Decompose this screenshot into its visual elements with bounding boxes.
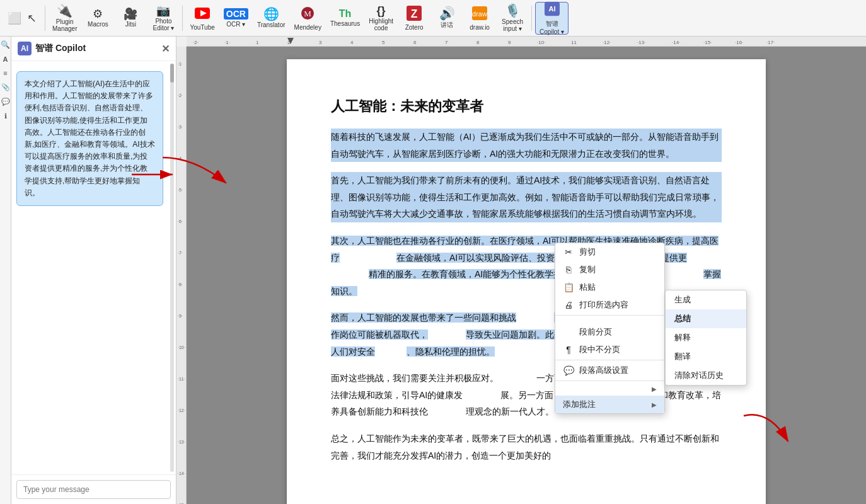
photo-editor-button[interactable]: 📷 PhotoEditor ▾ (147, 2, 179, 35)
strip-search-icon[interactable]: 🔍 (1, 40, 10, 49)
strip-info-icon[interactable]: ℹ (4, 112, 7, 120)
copilot-header: AI 智谱 Copilot ✕ (11, 37, 176, 61)
speech-input-button[interactable]: 🎙️ Speechinput ▾ (497, 2, 528, 35)
photo-icon: 📷 (156, 5, 170, 16)
youtube-button[interactable]: YouTube (186, 2, 218, 35)
para4-selected4: 、隐私和伦理的担忧。 (407, 346, 495, 357)
left-ruler: ·1· ·2· ·3· ·4· ·5· ·6· ·7· ·8· ·9· ·10·… (176, 47, 187, 504)
svg-text:·8·: ·8· (178, 282, 183, 287)
sub-summarize[interactable]: 总结 (666, 309, 746, 328)
zotero-label: Zotero (405, 24, 424, 31)
thesaurus-button[interactable]: Th Thesaurus (326, 2, 364, 35)
svg-text:·1·: ·1· (224, 40, 230, 45)
highlight-code-button[interactable]: {} Highlight code (365, 2, 397, 35)
translator-icon: 🌐 (263, 8, 279, 20)
doc-para-6: 总之，人工智能作为未来的变革者，既带来了巨大的机遇，也面临着重重挑战。只有通过不… (331, 430, 722, 464)
youtube-icon (195, 6, 210, 23)
scrollbar-track[interactable] (170, 64, 174, 472)
svg-text:·14·: ·14· (178, 471, 185, 476)
ctx-add-note[interactable]: 💬 段落高级设置 (555, 362, 664, 379)
ctx-format-style[interactable]: ▶ (555, 382, 664, 396)
selection-icon[interactable]: ⬜ (5, 9, 24, 28)
paste-icon: 📋 (563, 282, 574, 292)
ctx-copy[interactable]: ⎘ 复制 (555, 261, 664, 278)
ctx-print-label: 打印所选内容 (579, 299, 628, 311)
jitsi-icon: 🎥 (124, 8, 137, 20)
ocr-button[interactable]: OCR OCR ▾ (220, 2, 252, 35)
svg-text:·16·: ·16· (735, 40, 743, 45)
svg-text:draw: draw (472, 10, 487, 18)
code-icon: {} (377, 5, 386, 16)
separator3 (531, 6, 532, 31)
toolbar: ⬜ ↖ 🔌 Plugin Manager ⚙ Macros 🎥 Jitsi 📷 … (0, 0, 866, 37)
speak-button[interactable]: 🔊 讲话 (431, 2, 463, 35)
svg-text:·1·: ·1· (178, 62, 183, 66)
ctx-no-para-break[interactable]: 段前分页 (555, 323, 664, 341)
sub-clear-history[interactable]: 清除对话历史 (666, 366, 746, 385)
svg-text:AI: AI (548, 5, 555, 13)
svg-text:·15·: ·15· (703, 40, 712, 45)
sub-generate[interactable]: 生成 (666, 290, 746, 309)
sub-explain[interactable]: 解释 (666, 328, 746, 347)
print-icon: 🖨 (563, 300, 574, 310)
strip-comment-icon[interactable]: 💬 (1, 98, 10, 106)
svg-text:Z: Z (411, 7, 418, 20)
ctx-paste[interactable]: 📋 粘贴 (555, 278, 664, 296)
copilot-panel: AI 智谱 Copilot ✕ 本文介绍了人工智能(AI)在生活中的应用和作用。… (11, 37, 176, 504)
strip-text-icon[interactable]: ≡ (3, 69, 7, 77)
strip-a-icon[interactable]: A (3, 55, 8, 63)
doc-para-2: 首先，人工智能为我们带来了前所未有的便利。通过AI技术，我们能够实现语音识别、自… (331, 172, 722, 222)
speak-icon: 🔊 (439, 7, 455, 20)
svg-text:6: 6 (413, 40, 417, 45)
ai-copilot-button[interactable]: AI 智谱Copilot ▾ (535, 2, 569, 35)
submenu-arrow-format: ▶ (652, 386, 657, 392)
ctx-para-break[interactable] (555, 317, 664, 323)
macros-button[interactable]: ⚙ Macros (82, 2, 113, 35)
ctx-advanced[interactable]: ¶ 段中不分页 (555, 341, 664, 358)
highlight-code-label: Highlight code (369, 18, 393, 32)
strip-clip-icon[interactable]: 📎 (1, 83, 10, 91)
ctx-cut-label: 剪切 (579, 246, 596, 258)
jitsi-button[interactable]: 🎥 Jitsi (115, 2, 146, 35)
doc-area[interactable]: 人工智能：未来的变革者 随着科技的飞速发展，人工智能（AI）已逐渐成为我们生活中… (187, 47, 866, 504)
mendeley-button[interactable]: M Mendeley (291, 2, 325, 35)
ocr-label: OCR ▾ (226, 21, 245, 28)
ctx-sep3 (555, 381, 664, 381)
svg-text:3: 3 (319, 40, 322, 45)
plugin-manager-button[interactable]: 🔌 Plugin Manager (49, 2, 81, 35)
message-input[interactable] (16, 480, 171, 499)
cursor-icon[interactable]: ↖ (25, 9, 39, 28)
svg-text:·4·: ·4· (178, 156, 183, 161)
svg-text:·11·: ·11· (178, 377, 185, 381)
ctx-add-note-label: 段落高级设置 (579, 365, 628, 376)
svg-text:·5·: ·5· (178, 188, 183, 192)
ctx-copilot-label: 添加批注 (563, 399, 596, 410)
sub-translate[interactable]: 翻译 (666, 347, 746, 366)
zotero-icon: Z (407, 6, 422, 23)
ctx-paste-label: 粘贴 (579, 282, 596, 293)
ctx-advanced-label: 段中不分页 (579, 344, 620, 355)
svg-text:·12·: ·12· (603, 40, 611, 45)
svg-text:8: 8 (476, 40, 480, 45)
svg-text:·17·: ·17· (766, 40, 775, 45)
ruler-svg: ·2· ·1· 1 2 3 4 5 6 7 8 9 ·10· 11 ·12· ·… (187, 37, 866, 47)
svg-text:·13·: ·13· (637, 40, 645, 45)
ctx-cut[interactable]: ✂ 剪切 (555, 243, 664, 261)
drawio-button[interactable]: draw draw.io (464, 2, 495, 35)
scrollbar-thumb[interactable] (170, 64, 174, 83)
context-menu: ✂ 剪切 ⎘ 复制 📋 粘贴 🖨 打印所选内容 段前分页 ¶ 段中不分页 💬 段… (555, 243, 665, 414)
zotero-button[interactable]: Z Zotero (398, 2, 430, 35)
close-button[interactable]: ✕ (161, 43, 170, 55)
summary-text: 本文介绍了人工智能(AI)在生活中的应用和作用。人工智能的发展带来了许多便利,包… (25, 79, 155, 197)
copilot-title: 智谱 Copilot (35, 43, 86, 54)
svg-text:1: 1 (256, 40, 259, 45)
speech-input-label: Speechinput ▾ (502, 18, 523, 32)
ctx-copilot[interactable]: 添加批注 ▶ (555, 396, 664, 413)
toolbar-left-icons: ⬜ ↖ (3, 9, 42, 28)
copilot-footer (11, 474, 176, 504)
translator-button[interactable]: 🌐 Translator (253, 2, 289, 35)
ctx-print[interactable]: 🖨 打印所选内容 (555, 296, 664, 314)
svg-text:M: M (304, 9, 311, 18)
copilot-header-left: AI 智谱 Copilot (18, 42, 86, 55)
svg-text:5: 5 (382, 40, 385, 45)
